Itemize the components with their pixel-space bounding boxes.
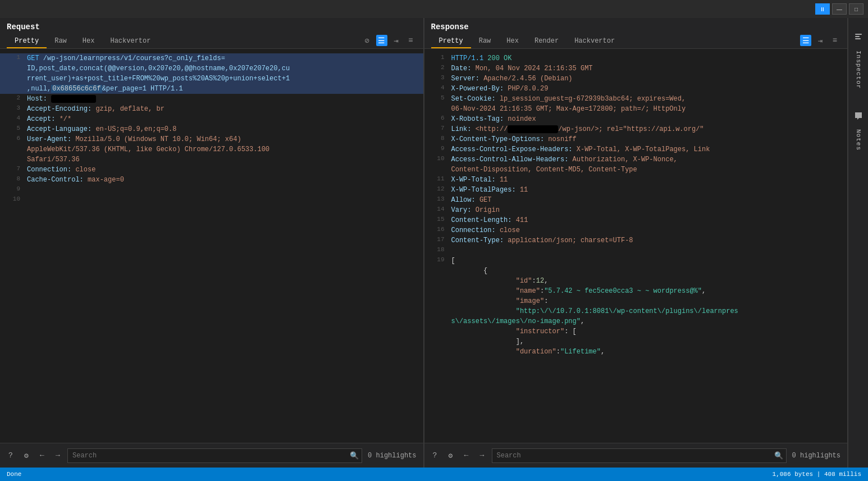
request-line-10: 10	[0, 195, 423, 205]
line-content: Host:	[27, 94, 419, 104]
notes-label[interactable]: Notes	[853, 126, 864, 154]
line-number: 10	[429, 155, 445, 162]
line-number: 8	[4, 175, 20, 182]
response-indent-icon[interactable]: ⇥	[815, 35, 826, 46]
response-search-input[interactable]	[492, 448, 787, 463]
tab-request-raw[interactable]: Raw	[47, 35, 75, 48]
line-number: 3	[429, 74, 445, 81]
response-menu-icon[interactable]: ≡	[829, 35, 840, 46]
response-line-16: 16 Connection: close	[424, 225, 848, 235]
line-content: ],	[451, 337, 843, 347]
response-settings-button[interactable]: ⚙	[445, 450, 457, 462]
line-number: 6	[4, 134, 20, 142]
response-line-13: 13 Allow: GET	[424, 195, 848, 205]
list-icon[interactable]: ☰	[376, 35, 387, 46]
line-number: 9	[429, 144, 445, 152]
tab-response-hex[interactable]: Hex	[499, 35, 527, 48]
line-number	[429, 266, 445, 266]
response-line-20: {	[424, 266, 848, 276]
response-search-wrapper: 🔍	[492, 448, 787, 463]
no-wrap-icon[interactable]: ⊘	[362, 35, 373, 46]
request-line-8: 8 Cache-Control: max-age=0	[0, 175, 423, 185]
request-line-3: 3 Accept-Encoding: gzip, deflate, br	[0, 104, 423, 114]
response-line-22: "name":"5.7.42 ~ fec5cee0cca3 ~ ~ wordpr…	[424, 286, 848, 296]
close-button[interactable]: □	[849, 3, 864, 15]
main-area: Request Pretty Raw Hex Hackvertor ⊘ ☰ ⇥ …	[0, 18, 868, 468]
panels-container: Request Pretty Raw Hex Hackvertor ⊘ ☰ ⇥ …	[0, 18, 848, 468]
side-panel: Inspector Notes	[848, 18, 868, 468]
response-line-24: "http:\/\/10.7.0.1:8081\/wp-content\/plu…	[424, 306, 848, 326]
line-number: 17	[429, 235, 445, 243]
response-forward-button[interactable]: →	[476, 450, 488, 462]
request-line-7: 7 Connection: close	[0, 165, 423, 175]
response-line-15: 15 Content-Length: 411	[424, 215, 848, 225]
line-number: 4	[429, 84, 445, 91]
minimize-button[interactable]: —	[832, 3, 847, 15]
line-content: "id":12,	[451, 276, 843, 286]
request-line-6: 6 User-Agent: Mozilla/5.0 (Windows NT 10…	[0, 134, 423, 165]
line-content: Vary: Origin	[451, 205, 843, 215]
line-number: 2	[429, 63, 445, 71]
request-back-button[interactable]: ←	[36, 450, 48, 462]
status-left-text: Done	[7, 471, 768, 478]
request-line-4: 4 Accept: */*	[0, 114, 423, 124]
line-content: Allow: GET	[451, 195, 843, 205]
line-number: 14	[429, 205, 445, 212]
response-line-8: 8 X-Content-Type-Options: nosniff	[424, 134, 848, 144]
menu-icon[interactable]: ≡	[405, 35, 417, 46]
line-number	[429, 296, 445, 297]
inspector-label[interactable]: Inspector	[853, 47, 864, 92]
request-forward-button[interactable]: →	[52, 450, 64, 462]
line-number: 10	[4, 195, 20, 202]
response-list-icon[interactable]: ☰	[800, 35, 811, 46]
line-number: 8	[429, 134, 445, 142]
inspector-icon[interactable]	[851, 29, 866, 45]
pause-button[interactable]: ⏸	[815, 3, 830, 15]
response-bottom-bar: ? ⚙ ← → 🔍 0 highlights	[424, 443, 848, 468]
line-content: [	[451, 256, 843, 266]
line-content: Set-Cookie: lp_session_guest=g-672939b3a…	[451, 94, 843, 114]
request-search-wrapper: 🔍	[67, 448, 362, 463]
response-help-button[interactable]: ?	[429, 450, 441, 462]
tab-response-pretty[interactable]: Pretty	[431, 35, 471, 48]
tab-request-pretty[interactable]: Pretty	[7, 35, 47, 48]
response-code-area: 1 HTTP/1.1 200 OK 2 Date: Mon, 04 Nov 20…	[424, 49, 848, 443]
line-content: Date: Mon, 04 Nov 2024 21:16:35 GMT	[451, 63, 843, 74]
response-tab-icons: ☰ ⇥ ≡	[800, 35, 840, 48]
tab-response-raw[interactable]: Raw	[471, 35, 499, 48]
line-content: Access-Control-Allow-Headers: Authorizat…	[451, 155, 843, 175]
response-line-3: 3 Server: Apache/2.4.56 (Debian)	[424, 74, 848, 84]
line-number	[429, 276, 445, 276]
tab-response-hackvertor[interactable]: Hackvertor	[567, 35, 623, 48]
line-number: 3	[4, 104, 20, 111]
notes-icon[interactable]	[851, 108, 866, 124]
tab-request-hex[interactable]: Hex	[75, 35, 103, 48]
response-line-21: "id":12,	[424, 276, 848, 286]
request-line-1: 1 GET /wp-json/learnpress/v1/courses?c_o…	[0, 53, 423, 94]
line-number: 16	[429, 225, 445, 233]
request-search-input[interactable]	[67, 448, 362, 463]
response-title: Response	[431, 22, 841, 31]
response-back-button[interactable]: ←	[460, 450, 473, 462]
line-content: Cache-Control: max-age=0	[27, 175, 419, 185]
line-number: 7	[4, 165, 20, 172]
response-line-27: "duration":"Lifetime",	[424, 347, 848, 357]
tab-response-render[interactable]: Render	[527, 35, 567, 48]
response-line-12: 12 X-WP-TotalPages: 11	[424, 185, 848, 195]
line-content: "name":"5.7.42 ~ fec5cee0cca3 ~ ~ wordpr…	[451, 286, 843, 296]
tab-request-hackvertor[interactable]: Hackvertor	[102, 35, 158, 48]
request-settings-button[interactable]: ⚙	[20, 450, 33, 462]
request-help-button[interactable]: ?	[4, 450, 17, 462]
line-number	[429, 306, 445, 307]
line-content: User-Agent: Mozilla/5.0 (Windows NT 10.0…	[27, 134, 419, 165]
response-highlights-badge: 0 highlights	[790, 452, 843, 460]
indent-icon[interactable]: ⇥	[391, 35, 402, 46]
response-line-14: 14 Vary: Origin	[424, 205, 848, 215]
line-number: 2	[4, 94, 20, 101]
response-line-19: 19 [	[424, 256, 848, 266]
line-content: Accept-Language: en-US;q=0.9,en;q=0.8	[27, 124, 419, 134]
response-line-17: 17 Content-Type: application/json; chars…	[424, 235, 848, 246]
response-panel: Response Pretty Raw Hex Render Hackverto…	[424, 18, 848, 468]
request-highlights-badge: 0 highlights	[366, 452, 418, 460]
svg-rect-0	[855, 34, 862, 35]
